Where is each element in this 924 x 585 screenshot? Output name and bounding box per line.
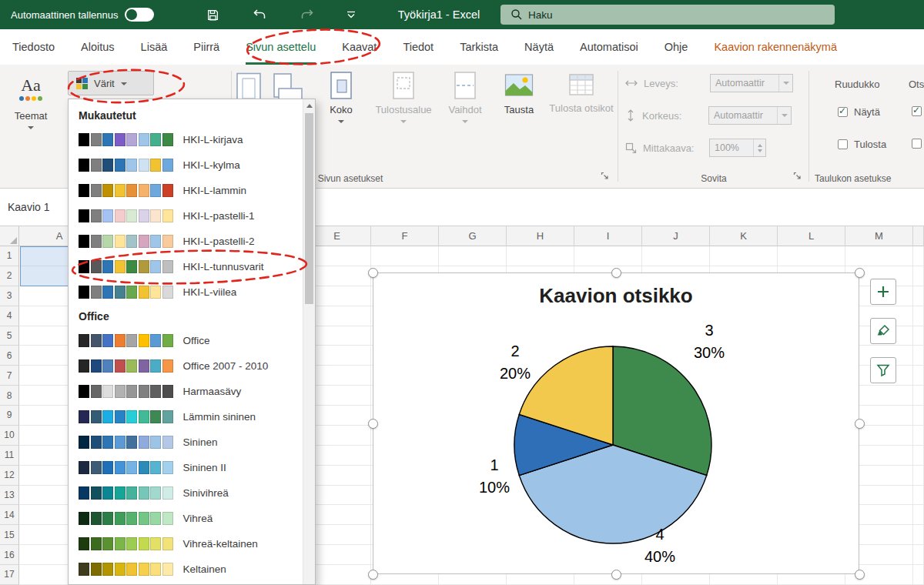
scale-to-fit-dialog-launcher[interactable]: [793, 169, 802, 183]
resize-handle-bottom-middle[interactable]: [611, 570, 621, 580]
row-header-14[interactable]: 14: [0, 505, 19, 525]
background-button[interactable]: Tausta: [493, 71, 545, 116]
tab-automatisoi[interactable]: Automatisoi: [580, 29, 638, 65]
column-header-G[interactable]: G: [439, 226, 507, 246]
resize-handle-middle-right[interactable]: [855, 419, 865, 429]
menu-scrollbar[interactable]: [303, 99, 315, 584]
resize-handle-middle-left[interactable]: [368, 419, 378, 429]
tab-aloitus[interactable]: Aloitus: [81, 29, 115, 65]
cell-M1[interactable]: [845, 246, 913, 266]
row-header-9[interactable]: 9: [0, 406, 19, 426]
size-button[interactable]: Koko: [317, 71, 365, 123]
cell-H1[interactable]: [507, 246, 574, 266]
spinner-buttons[interactable]: [753, 139, 765, 156]
column-header-J[interactable]: J: [642, 226, 710, 246]
tab-sivun-asettelu[interactable]: Sivun asettelu: [246, 29, 316, 65]
spinner-down-icon[interactable]: [758, 149, 762, 152]
width-combo[interactable]: Automaattir: [710, 74, 793, 92]
theme-lammin-sininen[interactable]: Lämmin sininen: [69, 404, 303, 430]
row-header-1[interactable]: 1: [0, 246, 19, 266]
chart-filters-button[interactable]: [870, 357, 896, 383]
chart-elements-button[interactable]: [870, 279, 896, 305]
tab-tiedosto[interactable]: Tiedosto: [12, 29, 55, 65]
resize-handle-bottom-right[interactable]: [855, 570, 865, 580]
row-header-5[interactable]: 5: [0, 326, 19, 346]
theme-sinivihrea[interactable]: Sinivihreä: [69, 480, 303, 506]
undo-button[interactable]: [253, 0, 266, 29]
chart-object[interactable]: Kaavion otsikko 1 10% 2 20% 3 30% 4 40%: [373, 272, 859, 574]
breaks-button[interactable]: Vaihdot: [440, 71, 490, 123]
scroll-up-icon[interactable]: [306, 104, 313, 108]
theme-hki-l-kirjava[interactable]: HKI-L-kirjava: [69, 127, 303, 152]
tab-kaavion-rakennenakyma[interactable]: Kaavion rakennenäkymä: [714, 29, 837, 65]
page-setup-dialog-launcher[interactable]: [601, 169, 609, 183]
colors-button[interactable]: Värit: [68, 71, 154, 95]
resize-handle-top-right[interactable]: [855, 268, 865, 278]
cell-F1[interactable]: [371, 246, 439, 266]
theme-sininen-ii[interactable]: Sininen II: [69, 455, 303, 480]
headings-print-option[interactable]: [912, 139, 922, 149]
row-header-8[interactable]: 8: [0, 386, 19, 406]
row-header-10[interactable]: 10: [0, 426, 19, 446]
search-box[interactable]: Haku: [500, 5, 835, 25]
headings-show-option[interactable]: [912, 106, 922, 116]
print-titles-button[interactable]: Tulosta otsikot: [548, 71, 614, 115]
column-header-F[interactable]: F: [371, 226, 439, 246]
checkbox-unchecked-icon[interactable]: [838, 139, 848, 149]
tab-ohje[interactable]: Ohje: [665, 29, 688, 65]
tab-nayta[interactable]: Näytä: [524, 29, 554, 65]
checkbox-checked-icon[interactable]: [912, 106, 922, 116]
row-header-13[interactable]: 13: [0, 486, 19, 506]
checkbox-unchecked-icon[interactable]: [912, 139, 922, 149]
theme-sininen[interactable]: Sininen: [69, 430, 303, 455]
theme-harmaasavy[interactable]: Harmaasävy: [69, 379, 303, 404]
save-button[interactable]: [206, 0, 219, 29]
chevron-down-icon[interactable]: [778, 75, 792, 92]
cell-G1[interactable]: [439, 246, 507, 266]
row-header-16[interactable]: 16: [0, 545, 19, 565]
resize-handle-top-left[interactable]: [368, 268, 378, 278]
theme-hki-l-tunnusvarit[interactable]: HKI-L-tunnusvarit: [69, 254, 303, 279]
theme-office-2007-2010[interactable]: Office 2007 - 2010: [69, 353, 303, 379]
gridlines-print-option[interactable]: Tulosta: [838, 139, 886, 150]
scale-spinner[interactable]: 100%: [709, 139, 766, 157]
column-header-H[interactable]: H: [507, 226, 574, 246]
cell-L1[interactable]: [778, 246, 845, 266]
column-header-M[interactable]: M: [845, 226, 913, 246]
row-header-6[interactable]: 6: [0, 346, 19, 366]
theme-vihrea-keltainen[interactable]: Vihreä-keltainen: [69, 531, 303, 557]
scrollbar-thumb[interactable]: [305, 113, 313, 304]
row-header-12[interactable]: 12: [0, 466, 19, 486]
chart-styles-button[interactable]: [870, 318, 896, 344]
column-header-I[interactable]: I: [574, 226, 642, 246]
gridlines-show-option[interactable]: Näytä: [838, 106, 880, 118]
row-header-15[interactable]: 15: [0, 525, 19, 545]
theme-vihrea[interactable]: Vihreä: [69, 506, 303, 531]
theme-hki-l-pastelli-2[interactable]: HKI-L-pastelli-2: [69, 229, 303, 254]
theme-keltainen[interactable]: Keltainen: [69, 557, 303, 582]
theme-office[interactable]: Office: [69, 328, 303, 353]
tab-tarkista[interactable]: Tarkista: [460, 29, 498, 65]
cell-J1[interactable]: [642, 246, 710, 266]
resize-handle-top-middle[interactable]: [611, 268, 621, 278]
redo-button[interactable]: [300, 0, 314, 29]
row-header-2[interactable]: 2: [0, 266, 19, 286]
row-header-11[interactable]: 11: [0, 446, 19, 466]
column-header-L[interactable]: L: [778, 226, 845, 246]
tab-lisaa[interactable]: Lisää: [141, 29, 168, 65]
tab-kaavat[interactable]: Kaavat: [342, 29, 377, 65]
cell-I1[interactable]: [574, 246, 642, 266]
resize-handle-bottom-left[interactable]: [368, 570, 378, 580]
tab-tiedot[interactable]: Tiedot: [403, 29, 434, 65]
spinner-up-icon[interactable]: [758, 144, 762, 147]
theme-hki-l-kylma[interactable]: HKI-L-kylma: [69, 152, 303, 178]
row-header-7[interactable]: 7: [0, 366, 19, 386]
checkbox-checked-icon[interactable]: [838, 107, 848, 117]
row-header-4[interactable]: 4: [0, 306, 19, 326]
theme-hki-l-lammin[interactable]: HKI-L-lammin: [69, 178, 303, 203]
tab-piirra[interactable]: Piirrä: [193, 29, 219, 65]
print-area-button[interactable]: Tulostusalue: [370, 71, 437, 123]
chevron-down-icon[interactable]: [777, 107, 791, 124]
cell-K1[interactable]: [710, 246, 778, 266]
theme-hki-l-pastelli-1[interactable]: HKI-L-pastelli-1: [69, 203, 303, 229]
